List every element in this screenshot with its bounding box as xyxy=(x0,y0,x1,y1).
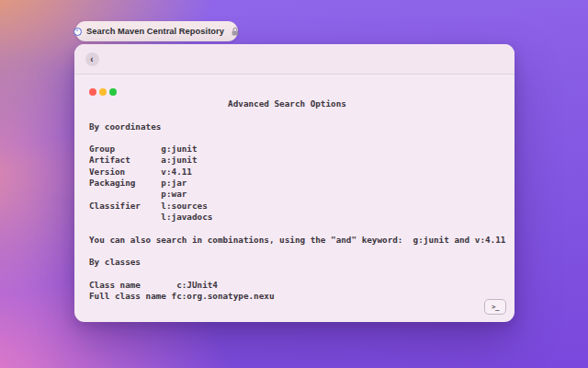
zoom-button[interactable] xyxy=(109,88,117,96)
minimize-button[interactable] xyxy=(99,88,107,96)
app-window: ‹ Advanced Search Options By coordinates… xyxy=(74,44,514,322)
desktop-background: Search Maven Central Repository ‹ Advanc… xyxy=(0,0,588,368)
window-body: Advanced Search Options By coordinates G… xyxy=(74,75,514,321)
terminal-run-button[interactable]: >_ xyxy=(484,299,506,315)
back-button[interactable]: ‹ xyxy=(85,52,99,66)
terminal-prompt-icon: >_ xyxy=(492,303,499,310)
traffic-lights xyxy=(74,75,514,96)
chevron-left-icon: ‹ xyxy=(90,54,93,63)
window-titlebar: ‹ xyxy=(74,44,514,75)
search-pill-label: Search Maven Central Repository xyxy=(86,27,224,36)
lock-icon xyxy=(231,27,240,37)
close-button[interactable] xyxy=(89,88,96,96)
terminal-output: Advanced Search Options By coordinates G… xyxy=(89,98,514,302)
search-pill[interactable]: Search Maven Central Repository xyxy=(75,21,238,41)
site-badge-icon xyxy=(74,28,82,36)
